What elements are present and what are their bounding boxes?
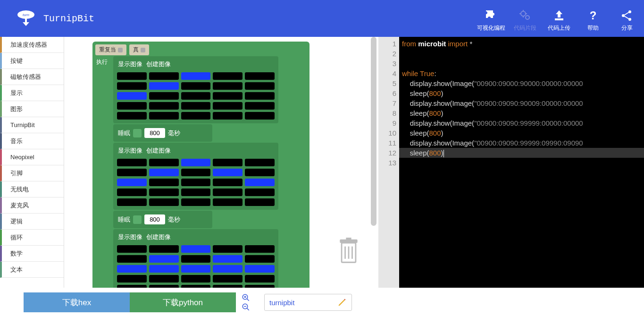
block-canvas[interactable]: 重复当 真 执行 显示图像创建图像 睡眠 毫秒 显示图像创建图像 睡眠 毫秒 显… <box>64 37 378 288</box>
pixel[interactable] <box>213 245 243 253</box>
pixel[interactable] <box>213 112 243 120</box>
pixel[interactable] <box>213 198 243 206</box>
filename-input[interactable] <box>269 299 331 307</box>
pixel[interactable] <box>245 92 275 100</box>
sidebar-item-8[interactable]: 引脚 <box>0 165 64 181</box>
code-editor[interactable]: 12345678910111213 from microbit import *… <box>378 37 644 288</box>
sidebar-item-2[interactable]: 磁敏传感器 <box>0 69 64 85</box>
pixel[interactable] <box>149 102 179 110</box>
pixel-grid[interactable] <box>116 244 276 288</box>
sidebar-item-7[interactable]: Neopixel <box>0 149 64 165</box>
sidebar-item-14[interactable]: 文本 <box>0 262 64 278</box>
pixel[interactable] <box>213 82 243 90</box>
canvas-scrollbar[interactable] <box>371 37 377 288</box>
zoom-out-icon[interactable] <box>242 303 250 311</box>
code-line[interactable]: sleep(800) <box>402 88 641 98</box>
pixel[interactable] <box>117 275 147 283</box>
pixel-grid[interactable] <box>116 71 276 120</box>
code-line[interactable]: while True: <box>402 69 641 78</box>
code-line[interactable]: display.show(Image("00900:09090:90009:00… <box>402 98 641 108</box>
pixel[interactable] <box>117 285 147 288</box>
pixel[interactable] <box>181 102 211 110</box>
code-line[interactable]: sleep(800) <box>402 128 641 138</box>
pixel[interactable] <box>213 255 243 263</box>
pixel[interactable] <box>181 275 211 283</box>
pixel[interactable] <box>245 275 275 283</box>
pixel[interactable] <box>149 188 179 196</box>
pixel[interactable] <box>117 92 147 100</box>
pixel[interactable] <box>149 112 179 120</box>
pixel[interactable] <box>245 245 275 253</box>
pixel[interactable] <box>181 72 211 80</box>
code-line[interactable] <box>402 59 641 69</box>
pixel[interactable] <box>181 198 211 206</box>
code-body[interactable]: from microbit import *while True: displa… <box>399 37 644 288</box>
trash-icon[interactable] <box>338 238 360 264</box>
header-btn-help[interactable]: ?帮助 <box>576 5 610 32</box>
pixel[interactable] <box>149 285 179 288</box>
pixel[interactable] <box>117 255 147 263</box>
pixel[interactable] <box>245 102 275 110</box>
pixel[interactable] <box>149 72 179 80</box>
pixel[interactable] <box>213 179 243 186</box>
sidebar-item-1[interactable]: 按键 <box>0 53 64 69</box>
pixel[interactable] <box>117 179 147 186</box>
show-image-block[interactable]: 显示图像创建图像 <box>113 56 278 123</box>
pixel[interactable] <box>117 102 147 110</box>
pixel[interactable] <box>149 159 179 166</box>
pixel[interactable] <box>149 169 179 176</box>
sidebar-item-3[interactable]: 显示 <box>0 85 64 101</box>
download-python-button[interactable]: 下载python <box>130 292 236 312</box>
filename-field[interactable] <box>264 294 352 311</box>
code-line[interactable] <box>402 158 641 168</box>
pixel[interactable] <box>245 188 275 196</box>
pixel[interactable] <box>149 179 179 186</box>
pixel[interactable] <box>149 265 179 273</box>
pixel[interactable] <box>117 188 147 196</box>
pixel[interactable] <box>213 92 243 100</box>
pixel[interactable] <box>181 82 211 90</box>
sleep-block[interactable]: 睡眠 毫秒 <box>113 124 212 142</box>
pixel[interactable] <box>213 159 243 166</box>
pixel[interactable] <box>117 159 147 166</box>
pixel[interactable] <box>181 179 211 186</box>
pixel[interactable] <box>117 112 147 120</box>
sleep-block[interactable]: 睡眠 毫秒 <box>113 211 212 228</box>
pixel[interactable] <box>245 255 275 263</box>
code-line[interactable]: display.show(Image("00900:09000:90000:00… <box>402 78 641 88</box>
header-btn-upload[interactable]: 代码上传 <box>542 5 576 32</box>
sidebar-item-12[interactable]: 循环 <box>0 230 64 246</box>
pixel[interactable] <box>149 82 179 90</box>
pixel[interactable] <box>245 82 275 90</box>
show-image-block[interactable]: 显示图像创建图像 <box>113 143 278 210</box>
edit-icon[interactable] <box>337 298 347 307</box>
pixel-grid[interactable] <box>116 158 276 207</box>
code-line[interactable]: sleep(800) <box>402 108 641 118</box>
code-line[interactable]: display.show(Image("00900:09090:99999:00… <box>402 118 641 128</box>
show-image-block[interactable]: 显示图像创建图像 <box>113 229 278 288</box>
sidebar-item-9[interactable]: 无线电 <box>0 181 64 197</box>
code-line[interactable]: sleep(800) <box>399 148 644 158</box>
pixel[interactable] <box>117 265 147 273</box>
header-btn-share[interactable]: 分享 <box>610 5 644 32</box>
pixel[interactable] <box>117 72 147 80</box>
pixel[interactable] <box>245 169 275 176</box>
pixel[interactable] <box>213 102 243 110</box>
pixel[interactable] <box>181 159 211 166</box>
sleep-input[interactable] <box>144 128 165 138</box>
pixel[interactable] <box>149 198 179 206</box>
pixel[interactable] <box>181 265 211 273</box>
pixel[interactable] <box>213 188 243 196</box>
pixel[interactable] <box>213 72 243 80</box>
pixel[interactable] <box>181 92 211 100</box>
pixel[interactable] <box>149 275 179 283</box>
sidebar-item-13[interactable]: 数学 <box>0 246 64 262</box>
code-line[interactable]: display.show(Image("00900:09090:99999:09… <box>402 138 641 148</box>
code-line[interactable]: from microbit import * <box>402 39 641 49</box>
pixel[interactable] <box>245 159 275 166</box>
header-btn-puzzle[interactable]: 可视化编程 <box>474 5 508 32</box>
pixel[interactable] <box>181 188 211 196</box>
zoom-in-icon[interactable] <box>242 293 250 302</box>
pixel[interactable] <box>245 179 275 186</box>
sidebar-item-5[interactable]: TurnipBit <box>0 117 64 133</box>
